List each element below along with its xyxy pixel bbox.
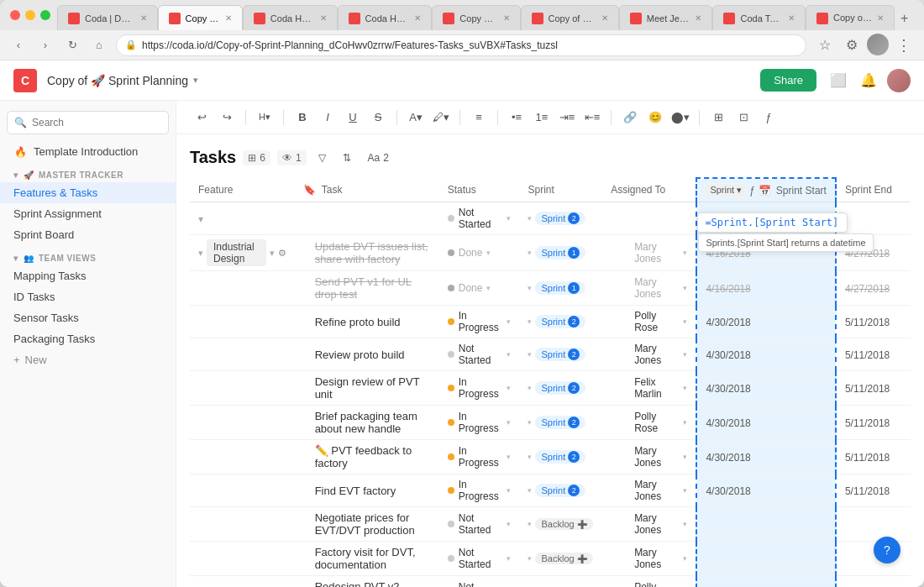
sprint-col-badge[interactable]: Sprint ▾: [706, 184, 746, 197]
browser-tab-6[interactable]: Copy of Kanb… ✕: [521, 5, 619, 30]
add-icon[interactable]: ➕: [577, 520, 587, 529]
menu-icon[interactable]: ⋮: [892, 34, 916, 57]
assignee-dropdown-icon[interactable]: ▾: [683, 317, 687, 326]
home-button[interactable]: ⌂: [89, 35, 109, 55]
title-chevron-icon[interactable]: ▾: [193, 75, 198, 86]
highlight-button[interactable]: 🖊▾: [429, 106, 453, 129]
sidebar-item-sprint-board[interactable]: Sprint Board: [0, 224, 176, 245]
underline-button[interactable]: U: [341, 106, 365, 129]
assignee-dropdown-icon[interactable]: ▾: [683, 520, 687, 528]
reload-button[interactable]: ↻: [62, 35, 82, 55]
feature-settings-icon[interactable]: ⚙: [278, 248, 286, 259]
add-icon[interactable]: ➕: [577, 554, 587, 563]
sprint-dropdown-icon[interactable]: ▾: [528, 520, 532, 528]
browser-tab-1[interactable]: Coda | Design… ✕: [57, 5, 158, 30]
profile-button[interactable]: [867, 34, 889, 55]
status-dropdown-icon[interactable]: ▾: [507, 317, 511, 326]
status-dropdown-icon[interactable]: ▾: [507, 554, 511, 563]
emoji-button[interactable]: 😊: [643, 106, 667, 129]
heading-button[interactable]: H▾: [253, 106, 276, 129]
redo-button[interactable]: ↪: [215, 106, 239, 129]
browser-tab-5[interactable]: Copy of ▼… ✕: [432, 5, 520, 30]
status-dropdown-icon[interactable]: ▾: [486, 249, 491, 257]
status-dropdown-icon[interactable]: ▾: [507, 384, 511, 392]
indent-button[interactable]: ⇥≡: [555, 106, 579, 129]
search-box[interactable]: 🔍: [7, 111, 169, 134]
status-dropdown-icon[interactable]: ▾: [507, 350, 511, 359]
assignee-dropdown-icon[interactable]: ▾: [683, 554, 687, 563]
back-button[interactable]: ‹: [8, 35, 29, 55]
tab-close-icon[interactable]: ✕: [320, 13, 327, 23]
sprint-dropdown-icon[interactable]: ▾: [528, 554, 532, 563]
browser-tab-7[interactable]: Meet Jenny … ✕: [619, 5, 713, 30]
undo-button[interactable]: ↩: [190, 106, 213, 129]
extension-icon[interactable]: ⚙: [840, 34, 864, 57]
sidebar-item-sprint-assignment[interactable]: Sprint Assignment: [0, 203, 176, 224]
tab-close-icon[interactable]: ✕: [414, 13, 421, 23]
browser-tab-8[interactable]: Coda Templ… ✕: [712, 5, 806, 30]
tab-close-icon[interactable]: ✕: [695, 13, 701, 23]
status-dropdown-icon[interactable]: ▾: [507, 520, 511, 528]
sidebar-item-sensor-tasks[interactable]: Sensor Tasks: [0, 307, 176, 328]
tab-close-icon[interactable]: ✕: [601, 13, 608, 23]
feature-collapse-icon[interactable]: ▾: [198, 248, 203, 259]
tab-close-icon[interactable]: ✕: [503, 13, 510, 23]
url-bar[interactable]: 🔒 https://coda.io/d/Copy-of-Sprint-Plann…: [116, 34, 806, 56]
formula-icon[interactable]: ƒ: [749, 185, 755, 197]
browser-tab-2[interactable]: Copy of 3… ✕: [158, 5, 243, 30]
bold-button[interactable]: B: [291, 106, 314, 129]
align-button[interactable]: ≡: [467, 106, 491, 129]
browser-tab-9[interactable]: Copy of ⬤… ✕: [806, 5, 895, 30]
sort-button[interactable]: ⇅: [338, 149, 356, 166]
sprint-dropdown-icon[interactable]: ▾: [528, 453, 532, 461]
forward-button[interactable]: ›: [35, 35, 55, 55]
sprint-dropdown-icon[interactable]: ▾: [528, 486, 532, 495]
assignee-dropdown-icon[interactable]: ▾: [683, 384, 687, 392]
filter-button[interactable]: ▽: [313, 149, 331, 166]
numbered-list-button[interactable]: 1≡: [530, 106, 554, 129]
minimize-button[interactable]: [25, 10, 35, 20]
status-dropdown-icon[interactable]: ▾: [507, 214, 511, 223]
formula-button[interactable]: ƒ: [757, 106, 780, 129]
feature-edit-icon[interactable]: ▾: [270, 248, 275, 259]
sidebar-add-new[interactable]: + New: [0, 349, 176, 370]
status-dropdown-icon[interactable]: ▾: [486, 284, 491, 292]
sprint-dropdown-icon[interactable]: ▾: [528, 418, 532, 427]
assignee-dropdown-icon[interactable]: ▾: [683, 249, 687, 257]
share-button[interactable]: Share: [760, 69, 816, 92]
tab-close-icon[interactable]: ✕: [225, 13, 232, 23]
column-button[interactable]: ⊡: [732, 106, 755, 129]
monitor-icon[interactable]: ⬜: [827, 69, 850, 92]
sidebar-item-template-intro[interactable]: 🔥 Template Introduction: [0, 141, 176, 162]
assignee-dropdown-icon[interactable]: ▾: [683, 453, 687, 461]
tab-close-icon[interactable]: ✕: [788, 13, 795, 23]
text-color-button[interactable]: A▾: [404, 106, 428, 129]
status-dropdown-icon[interactable]: ▾: [507, 453, 511, 461]
outdent-button[interactable]: ⇤≡: [580, 106, 604, 129]
feature-dropdown[interactable]: ▾: [198, 213, 203, 225]
table-view-button[interactable]: ⊞: [706, 106, 730, 129]
sprint-dropdown-icon[interactable]: ▾: [528, 249, 532, 257]
italic-button[interactable]: I: [316, 106, 339, 129]
sprint-dropdown-icon[interactable]: ▾: [528, 214, 532, 223]
assignee-dropdown-icon[interactable]: ▾: [683, 418, 687, 427]
assignee-dropdown-icon[interactable]: ▾: [683, 284, 687, 292]
size-button[interactable]: Aa 2: [363, 149, 394, 166]
assignee-dropdown-icon[interactable]: ▾: [683, 486, 687, 495]
tab-close-icon[interactable]: ✕: [877, 13, 884, 23]
sprint-dropdown-icon[interactable]: ▾: [528, 284, 532, 292]
sidebar-item-id-tasks[interactable]: ID Tasks: [0, 286, 176, 307]
user-avatar[interactable]: [887, 69, 911, 92]
strikethrough-button[interactable]: S: [366, 106, 390, 129]
status-dropdown-icon[interactable]: ▾: [507, 418, 511, 427]
sprint-dropdown-icon[interactable]: ▾: [528, 350, 532, 359]
new-tab-button[interactable]: +: [895, 7, 914, 30]
status-dropdown-icon[interactable]: ▾: [507, 486, 511, 495]
browser-tab-4[interactable]: Coda Help –… ✕: [338, 5, 433, 30]
sidebar-item-features-tasks[interactable]: Features & Tasks: [0, 182, 176, 203]
help-button[interactable]: ?: [874, 537, 900, 563]
sprint-dropdown-icon[interactable]: ▾: [528, 317, 532, 326]
maximize-button[interactable]: [40, 10, 50, 20]
bullet-list-button[interactable]: •≡: [505, 106, 528, 129]
more-button[interactable]: ⬤▾: [669, 106, 692, 129]
